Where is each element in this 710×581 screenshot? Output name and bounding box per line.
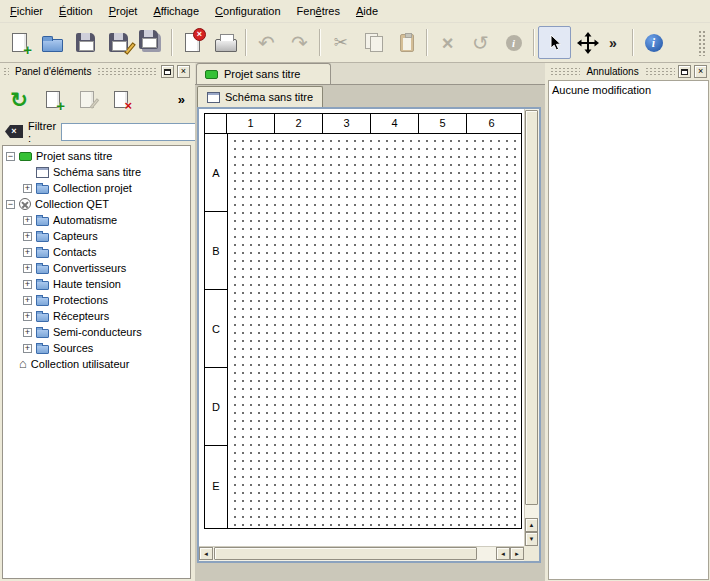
delete-element-button[interactable]: × — [106, 84, 136, 114]
print-button[interactable] — [209, 26, 242, 59]
close-panel-button[interactable]: × — [694, 65, 707, 78]
scroll-left-button[interactable]: ◄ — [199, 547, 213, 560]
expand-icon[interactable]: + — [23, 248, 32, 257]
properties-button[interactable]: i — [497, 26, 530, 59]
tree-item[interactable]: +Protections — [3, 292, 190, 308]
pan-mode-button[interactable] — [571, 26, 604, 59]
elements-panel: Panel d'éléments × ↻ + × » × Filtrer — [0, 63, 193, 581]
vertical-scrollbar[interactable]: ▲ ▼ — [524, 109, 539, 546]
tab-project[interactable]: Projet sans titre — [196, 63, 331, 84]
scroll-left2-button[interactable]: ◄ — [496, 547, 510, 560]
schema-tab-label: Schéma sans titre — [225, 91, 313, 103]
workspace: Projet sans titre Schéma sans titre — [195, 63, 545, 581]
scroll-up-button[interactable]: ▲ — [525, 518, 538, 532]
expand-icon[interactable]: + — [23, 328, 32, 337]
menu-edition[interactable]: Édition — [51, 2, 101, 20]
tree-item[interactable]: −Projet sans titre — [3, 148, 190, 164]
menu-configuration[interactable]: Configuration — [207, 2, 288, 20]
hscroll-thumb[interactable] — [214, 547, 477, 560]
toolbar-overflow-button[interactable]: » — [604, 26, 622, 59]
menu-affichage[interactable]: Affichage — [145, 2, 207, 20]
vscroll-thumb[interactable] — [525, 110, 538, 505]
new-project-button[interactable]: + — [3, 26, 36, 59]
tree-item[interactable]: +Sources — [3, 340, 190, 356]
close-panel-button[interactable]: × — [177, 65, 190, 78]
rotate-icon: ↺ — [472, 33, 489, 53]
tree-item-label: Semi-conducteurs — [53, 326, 142, 338]
collapse-icon[interactable]: − — [6, 200, 15, 209]
menu-aide[interactable]: Aide — [348, 2, 386, 20]
copy-button[interactable] — [357, 26, 390, 59]
save-as-button[interactable] — [102, 26, 135, 59]
dock-grip[interactable] — [550, 67, 580, 76]
expand-icon[interactable]: + — [23, 296, 32, 305]
elements-toolbar-overflow[interactable]: » — [178, 92, 185, 107]
tree-item[interactable]: +Collection projet — [3, 180, 190, 196]
redo-icon: ↷ — [291, 33, 308, 53]
delete-selection-button[interactable]: × — [431, 26, 464, 59]
folder-icon — [36, 281, 49, 290]
save-button[interactable] — [69, 26, 102, 59]
toolbar-separator — [426, 29, 428, 56]
float-panel-button[interactable] — [678, 65, 691, 78]
hscroll-track[interactable] — [477, 547, 496, 561]
expand-icon[interactable]: + — [23, 344, 32, 353]
paste-button[interactable] — [390, 26, 423, 59]
edit-element-button[interactable] — [72, 84, 102, 114]
menu-fichier[interactable]: Fichier — [2, 2, 51, 20]
tree-item[interactable]: +Automatisme — [3, 212, 190, 228]
undo-panel-title: Annulations — [583, 66, 641, 77]
expand-icon[interactable]: + — [23, 312, 32, 321]
new-element-button[interactable]: + — [38, 84, 68, 114]
expand-icon[interactable]: + — [23, 232, 32, 241]
expand-icon[interactable]: + — [23, 264, 32, 273]
menu-fenetres[interactable]: Fenêtres — [289, 2, 348, 20]
red-x-badge-icon: × — [124, 99, 132, 112]
clear-filter-button[interactable]: × — [5, 123, 23, 140]
filter-input[interactable] — [61, 123, 209, 141]
scroll-down-button[interactable]: ▼ — [525, 532, 538, 546]
horizontal-scrollbar[interactable]: ◄ ◄ ► — [199, 546, 524, 561]
open-project-button[interactable] — [36, 26, 69, 59]
scroll-right-button[interactable]: ► — [510, 547, 524, 560]
about-qet-button[interactable]: i — [637, 26, 670, 59]
reload-collections-button[interactable]: ↻ — [4, 84, 34, 114]
vscroll-track[interactable] — [525, 505, 539, 518]
diagram-canvas[interactable] — [228, 134, 521, 528]
cut-button[interactable]: ✂ — [324, 26, 357, 59]
menu-projet[interactable]: Projet — [101, 2, 146, 20]
toolbar-grip[interactable] — [698, 30, 707, 56]
red-x-badge-icon: × — [193, 28, 206, 41]
toolbar-separator — [319, 29, 321, 56]
dock-grip[interactable] — [3, 67, 9, 76]
dock-grip[interactable] — [645, 67, 675, 76]
redo-button[interactable]: ↷ — [283, 26, 316, 59]
tree-item[interactable]: −Collection QET — [3, 196, 190, 212]
tree-item[interactable]: +Récepteurs — [3, 308, 190, 324]
expand-icon[interactable]: + — [23, 184, 32, 193]
save-all-button[interactable] — [135, 26, 168, 59]
move-arrows-icon — [577, 32, 599, 54]
collapse-icon[interactable]: − — [6, 152, 15, 161]
pencil-icon — [124, 42, 135, 55]
diagram-viewport[interactable]: 123456 ABCDE — [199, 109, 524, 546]
tree-item[interactable]: +Semi-conducteurs — [3, 324, 190, 340]
rotate-button[interactable]: ↺ — [464, 26, 497, 59]
undo-button[interactable]: ↶ — [250, 26, 283, 59]
close-file-button[interactable]: × — [176, 26, 209, 59]
tree-item[interactable]: +Contacts — [3, 244, 190, 260]
tree-item[interactable]: Schéma sans titre — [3, 164, 190, 180]
diagram-corner-cell — [205, 114, 227, 133]
elements-panel-titlebar: Panel d'éléments × — [0, 63, 193, 80]
dock-grip[interactable] — [97, 67, 158, 76]
expand-icon[interactable]: + — [23, 216, 32, 225]
selection-mode-button[interactable] — [538, 26, 571, 59]
float-panel-button[interactable] — [161, 65, 174, 78]
tree-item[interactable]: +Convertisseurs — [3, 260, 190, 276]
tree-item[interactable]: +Capteurs — [3, 228, 190, 244]
expand-icon[interactable]: + — [23, 280, 32, 289]
tree-item[interactable]: ⌂Collection utilisateur — [3, 356, 190, 372]
folder-icon — [36, 345, 49, 354]
tab-schema[interactable]: Schéma sans titre — [197, 86, 323, 107]
tree-item[interactable]: +Haute tension — [3, 276, 190, 292]
